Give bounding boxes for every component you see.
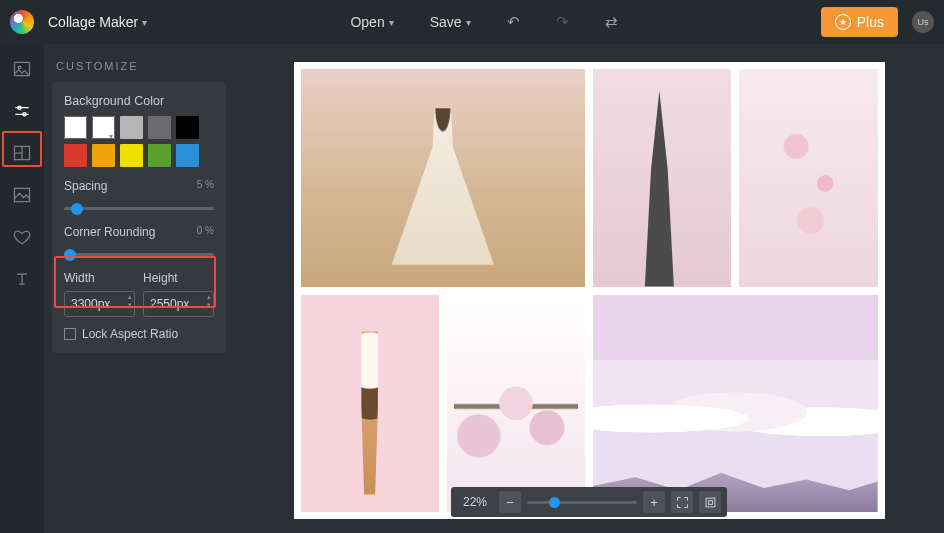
image-tool[interactable] — [11, 58, 33, 80]
collage-top-right — [593, 69, 878, 287]
zoom-bar: 22% − + — [451, 487, 727, 517]
spacing-value: 5 % — [197, 179, 214, 193]
collage-canvas[interactable] — [294, 62, 885, 519]
text-tool[interactable] — [11, 268, 33, 290]
heart-tool[interactable] — [11, 226, 33, 248]
undo-button[interactable]: ↶ — [507, 13, 520, 31]
bgcolor-label: Background Color — [64, 94, 214, 108]
chevron-down-icon: ▾ — [389, 17, 394, 28]
width-input[interactable] — [64, 291, 135, 317]
open-menu[interactable]: Open ▾ — [350, 14, 393, 30]
user-avatar[interactable]: Us — [912, 11, 934, 33]
plus-label: Plus — [857, 14, 884, 30]
dimensions-box: Width ▴▾ Height ▴▾ — [64, 271, 214, 317]
collage-img-2[interactable] — [593, 69, 731, 287]
zoom-in-button[interactable]: + — [643, 491, 665, 513]
swatch-row-2 — [64, 144, 214, 167]
height-input[interactable] — [143, 291, 214, 317]
spacing-row: Spacing 5 % — [64, 179, 214, 213]
layout-tool[interactable] — [11, 142, 33, 164]
user-short: Us — [918, 17, 929, 27]
open-label: Open — [350, 14, 384, 30]
spacing-slider[interactable] — [64, 207, 214, 210]
redo-button[interactable]: ↷ — [556, 13, 569, 31]
svg-rect-7 — [708, 500, 712, 504]
app-logo[interactable] — [10, 10, 34, 34]
panel-title: CUSTOMIZE — [44, 60, 234, 82]
shuffle-button[interactable]: ⇄ — [605, 13, 618, 31]
swatch-row-1 — [64, 116, 214, 139]
swatch-white[interactable] — [64, 116, 87, 139]
collage-bottom-left — [301, 295, 586, 513]
left-toolbar — [0, 44, 44, 533]
top-bar: Collage Maker ▾ Open ▾ Save ▾ ↶ ↷ ⇄ Plus… — [0, 0, 944, 44]
height-spinner[interactable]: ▴▾ — [207, 293, 211, 309]
swatch-red[interactable] — [64, 144, 87, 167]
svg-point-1 — [18, 66, 21, 69]
background-tool[interactable] — [11, 184, 33, 206]
plus-button[interactable]: Plus — [821, 7, 898, 37]
swatch-orange[interactable] — [92, 144, 115, 167]
star-icon — [835, 14, 851, 30]
lock-aspect-label: Lock Aspect Ratio — [82, 327, 178, 341]
swatch-green[interactable] — [148, 144, 171, 167]
swatch-yellow[interactable] — [120, 144, 143, 167]
swatch-black[interactable] — [176, 116, 199, 139]
width-label: Width — [64, 271, 135, 285]
top-right: Plus Us — [821, 7, 934, 37]
app-title-text: Collage Maker — [48, 14, 138, 30]
swatch-gray[interactable] — [148, 116, 171, 139]
swatch-white-selected[interactable] — [92, 116, 115, 139]
side-panel: CUSTOMIZE Background Color Spacing — [44, 44, 234, 533]
corner-label: Corner Rounding — [64, 225, 155, 239]
corner-value: 0 % — [197, 225, 214, 239]
canvas-area: 22% − + — [234, 44, 944, 533]
fullscreen-button[interactable] — [699, 491, 721, 513]
collage-img-3[interactable] — [739, 69, 877, 287]
height-label: Height — [143, 271, 214, 285]
customize-card: Background Color Spacing 5 % — [52, 82, 226, 353]
width-spinner[interactable]: ▴▾ — [128, 293, 132, 309]
settings-tool[interactable] — [11, 100, 33, 122]
spacing-label: Spacing — [64, 179, 107, 193]
top-center: Open ▾ Save ▾ ↶ ↷ ⇄ — [147, 13, 821, 31]
lock-aspect-row[interactable]: Lock Aspect Ratio — [64, 327, 214, 341]
zoom-out-button[interactable]: − — [499, 491, 521, 513]
save-menu[interactable]: Save ▾ — [430, 14, 471, 30]
collage-img-6[interactable] — [593, 295, 878, 513]
collage-img-1[interactable] — [301, 69, 586, 287]
swatch-lightgray[interactable] — [120, 116, 143, 139]
collage-img-4[interactable] — [301, 295, 439, 513]
swatch-blue[interactable] — [176, 144, 199, 167]
chevron-down-icon: ▾ — [466, 17, 471, 28]
zoom-slider[interactable] — [527, 501, 637, 504]
app-title-dropdown[interactable]: Collage Maker ▾ — [48, 14, 147, 30]
main: CUSTOMIZE Background Color Spacing — [0, 44, 944, 533]
corner-slider[interactable] — [64, 253, 214, 256]
zoom-percent: 22% — [457, 495, 493, 509]
corner-row: Corner Rounding 0 % — [64, 225, 214, 259]
svg-rect-6 — [706, 498, 715, 507]
fit-to-screen-button[interactable] — [671, 491, 693, 513]
save-label: Save — [430, 14, 462, 30]
collage-img-5[interactable] — [447, 295, 585, 513]
lock-aspect-checkbox[interactable] — [64, 328, 76, 340]
